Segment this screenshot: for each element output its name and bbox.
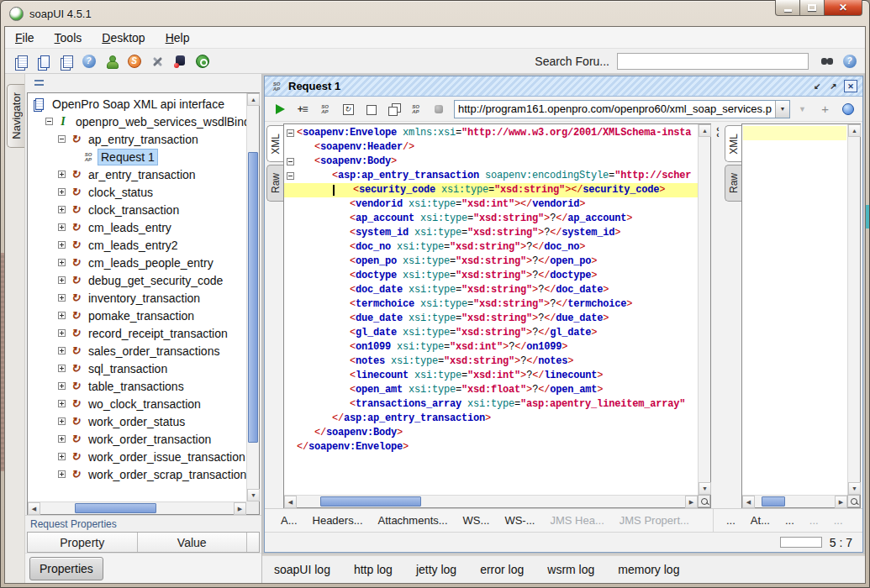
tree-item-work-order-scrap-transaction[interactable]: work_order_scrap_transaction bbox=[28, 465, 246, 483]
save-all-button[interactable] bbox=[55, 51, 76, 71]
user-button[interactable] bbox=[101, 51, 122, 71]
tree-item-inventory-transaction[interactable]: inventory_transaction bbox=[28, 289, 246, 307]
tree-item-wo-clock-transaction[interactable]: wo_clock_transaction bbox=[28, 395, 246, 412]
scroll-down-button[interactable]: ▼ bbox=[699, 482, 711, 495]
expand-icon[interactable] bbox=[58, 241, 66, 249]
expand-icon[interactable] bbox=[58, 312, 66, 319]
create-empty-button[interactable] bbox=[360, 99, 381, 119]
log-tab-http-log[interactable]: http log bbox=[354, 563, 393, 576]
tree-item-table-transactions[interactable]: table_transactions bbox=[28, 377, 246, 395]
preferences-button[interactable] bbox=[146, 51, 167, 71]
scrollbar-thumb[interactable] bbox=[320, 496, 421, 507]
tab-xml[interactable]: XML bbox=[266, 125, 283, 162]
tree-item-request-1[interactable]: Request 1 bbox=[28, 148, 246, 165]
inspector-tab-more[interactable]: ... bbox=[785, 514, 794, 527]
log-tab-memory-log[interactable]: memory log bbox=[618, 563, 679, 576]
tab-xml[interactable]: XML bbox=[725, 125, 741, 162]
add-to-testcase-button[interactable] bbox=[292, 99, 313, 119]
scroll-up-button[interactable]: ▲ bbox=[848, 124, 861, 137]
inspector-tab-ws[interactable]: WS... bbox=[463, 514, 490, 527]
scrollbar-thumb[interactable] bbox=[248, 152, 258, 444]
maximize-button[interactable] bbox=[799, 0, 825, 16]
scrollbar-thumb[interactable] bbox=[762, 496, 786, 507]
expand-icon[interactable] bbox=[58, 223, 66, 231]
expand-icon[interactable] bbox=[58, 347, 66, 354]
tree-item-cm-leads-entry2[interactable]: cm_leads_entry2 bbox=[28, 236, 246, 254]
tree-item-cm-leads-people-entry[interactable]: cm_leads_people_entry bbox=[28, 254, 246, 271]
title-bar[interactable]: soapUI 4.5.1 ✕ bbox=[1, 1, 869, 26]
minimize-button[interactable] bbox=[775, 0, 800, 16]
value-column-header[interactable]: Value bbox=[138, 533, 248, 552]
scrollbar-thumb[interactable] bbox=[75, 503, 156, 513]
expand-icon[interactable] bbox=[58, 470, 66, 478]
scroll-right-button[interactable]: ▶ bbox=[835, 496, 847, 508]
expand-icon[interactable] bbox=[58, 171, 66, 178]
scroll-down-button[interactable]: ▼ bbox=[247, 489, 260, 501]
inspector-tab-a[interactable]: A... bbox=[281, 514, 298, 527]
inspector-tab-at[interactable]: At... bbox=[751, 514, 770, 527]
tree-item-openpro-soap-xml-api-interface[interactable]: OpenPro Soap XML api interface bbox=[28, 95, 246, 113]
scroll-left-button[interactable]: ◀ bbox=[284, 496, 297, 508]
scroll-down-button[interactable]: ▼ bbox=[848, 482, 861, 495]
tree-item-work-order-status[interactable]: work_order_status bbox=[28, 412, 246, 430]
tree-item-pomake-transaction[interactable]: pomake_transaction bbox=[28, 307, 246, 324]
tree-item-work-order-issue-transaction[interactable]: work_order_issue_transaction bbox=[28, 448, 246, 465]
expand-icon[interactable] bbox=[58, 206, 66, 213]
editor-zoom-button[interactable] bbox=[698, 495, 710, 507]
request-horizontal-scrollbar[interactable]: ◀ ▶ bbox=[284, 495, 698, 507]
search-forum-button[interactable] bbox=[816, 51, 837, 71]
tree-item-ap-entry-transaction[interactable]: ap_entry_transaction bbox=[28, 130, 246, 148]
response-vertical-scrollbar[interactable]: ▲ ▼ bbox=[847, 124, 860, 495]
new-project-button[interactable] bbox=[10, 51, 31, 71]
expand-icon[interactable] bbox=[58, 259, 66, 266]
tree-item-sales-order-transactions[interactable]: sales_order_transactions bbox=[28, 342, 246, 360]
proxy-button[interactable] bbox=[169, 51, 190, 71]
tree-horizontal-scrollbar[interactable]: ◀ ▶ bbox=[28, 501, 246, 514]
recreate-request-button[interactable] bbox=[337, 99, 358, 119]
expand-icon[interactable] bbox=[58, 453, 66, 460]
collapse-chevron-icon[interactable]: ‹ bbox=[716, 132, 719, 138]
soap-action-button[interactable] bbox=[314, 99, 335, 119]
expand-icon[interactable] bbox=[58, 435, 66, 443]
scroll-left-button[interactable]: ◀ bbox=[28, 502, 40, 515]
menu-help[interactable]: Help bbox=[166, 31, 190, 45]
clone-request-button[interactable] bbox=[382, 99, 403, 119]
minimize-window-icon[interactable]: ↙ bbox=[812, 81, 823, 92]
editor-split-divider[interactable]: ‹‹ bbox=[711, 123, 725, 508]
tab-raw[interactable]: Raw bbox=[266, 165, 283, 202]
help-button[interactable] bbox=[839, 51, 860, 71]
import-project-button[interactable] bbox=[33, 51, 54, 71]
close-window-icon[interactable]: ✕ bbox=[844, 80, 857, 92]
expand-icon[interactable] bbox=[58, 400, 66, 407]
log-tab-jetty-log[interactable]: jetty log bbox=[416, 563, 456, 576]
inspector-tab-attachments[interactable]: Attachments... bbox=[378, 514, 448, 527]
collapse-icon[interactable] bbox=[45, 118, 53, 125]
request-xml-editor[interactable]: <soapenv:Envelope xmlns:xsi="http://www.… bbox=[284, 124, 698, 495]
tree-item-sql-transaction[interactable]: sql_transaction bbox=[28, 360, 246, 377]
tree-item-cm-leads-entry[interactable]: cm_leads_entry bbox=[28, 218, 246, 236]
endpoint-url-input[interactable] bbox=[455, 102, 775, 115]
response-horizontal-scrollbar[interactable]: ◀ ▶ bbox=[742, 495, 847, 507]
tree-item-ar-entry-transaction[interactable]: ar_entry_transaction bbox=[28, 165, 246, 183]
request-vertical-scrollbar[interactable]: ▲ ▼ bbox=[698, 124, 710, 495]
menu-file[interactable]: File bbox=[15, 31, 34, 45]
log-tab-wsrm-log[interactable]: wsrm log bbox=[547, 563, 594, 576]
inspector-tab-ws[interactable]: WS-... bbox=[504, 514, 535, 527]
eviware-button[interactable] bbox=[192, 51, 213, 71]
scroll-right-button[interactable]: ▶ bbox=[685, 496, 698, 508]
disabled-button[interactable] bbox=[428, 99, 449, 119]
tree-item-record-receipt-transaction[interactable]: record_receipt_transaction bbox=[28, 324, 246, 342]
project-tree[interactable]: OpenPro Soap XML api interfaceopenpro_we… bbox=[28, 93, 246, 501]
float-window-icon[interactable]: ↗ bbox=[828, 81, 839, 92]
tree-item-work-order-transaction[interactable]: work_order_transaction bbox=[28, 430, 246, 448]
close-button[interactable]: ✕ bbox=[824, 0, 862, 16]
expand-icon[interactable] bbox=[58, 276, 66, 284]
scroll-left-button[interactable]: ◀ bbox=[742, 496, 755, 508]
search-input[interactable] bbox=[617, 53, 809, 70]
property-column-header[interactable]: Property bbox=[28, 533, 138, 552]
tree-item-debug-get-security-code[interactable]: debug_get_security_code bbox=[28, 271, 246, 289]
inspector-tab-more[interactable]: ... bbox=[726, 514, 736, 527]
tab-navigator[interactable]: Navigator bbox=[7, 84, 24, 148]
expand-icon[interactable] bbox=[58, 294, 66, 302]
expand-icon[interactable] bbox=[58, 382, 66, 390]
